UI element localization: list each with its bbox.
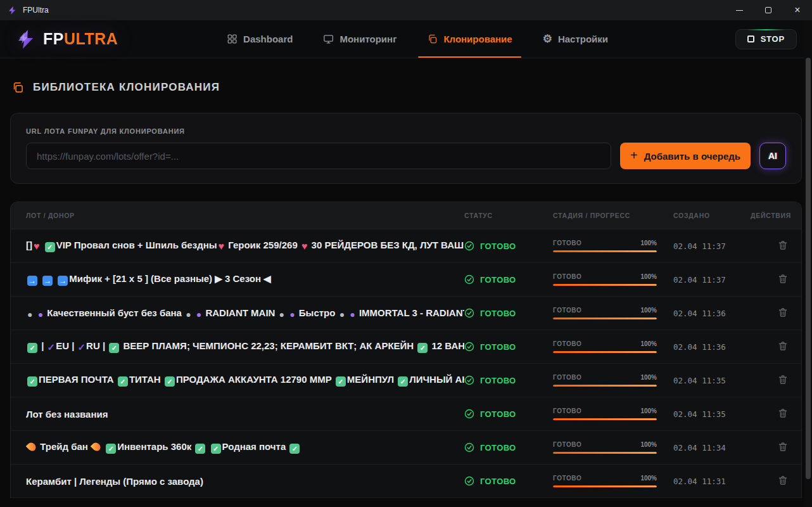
delete-button[interactable] [776, 272, 790, 288]
table-row: ✓ПЕРВАЯ ПОЧТА ✓ТИТАН ✓ПРОДАЖА АККАУНТА 1… [11, 364, 801, 397]
progress-bar-fill [553, 351, 657, 353]
progress-bar-fill [553, 485, 657, 487]
green-check-emoji: ✓ [165, 376, 175, 387]
brand-fp: FP [43, 30, 64, 48]
table-row: Лот без названия ГОТОВО ГОТОВО 100% 02.0… [11, 397, 801, 431]
tab-monitoring[interactable]: Мониторинг [323, 29, 396, 49]
check-circle-icon [464, 409, 474, 419]
row-actions [751, 440, 790, 456]
progress-percent: 100% [640, 273, 657, 280]
progress-bar [553, 452, 657, 454]
window-titlebar: FPUltra × [0, 0, 812, 20]
lot-title: Лот без названия [26, 409, 464, 420]
stop-button[interactable]: STOP [735, 29, 797, 49]
url-input[interactable] [26, 143, 611, 169]
column-header-created: СОЗДАНО [673, 212, 751, 219]
gear-icon: ⚙ [543, 34, 552, 44]
status-label: ГОТОВО [480, 477, 516, 486]
gray-circle-emoji: ● [186, 309, 191, 319]
progress-cell: ГОТОВО 100% [553, 408, 673, 420]
delete-button[interactable] [776, 305, 790, 321]
created-timestamp: 02.04 11:37 [673, 241, 751, 251]
vertical-scrollbar[interactable] [804, 21, 812, 507]
brand-ultra: ULTRA [64, 30, 118, 48]
close-button[interactable]: × [783, 0, 812, 20]
progress-bar [553, 385, 657, 387]
stage-label: ГОТОВО [553, 374, 581, 381]
status-badge: ГОТОВО [464, 476, 553, 486]
progress-bar-fill [553, 318, 657, 319]
progress-cell: ГОТОВО 100% [553, 441, 673, 454]
progress-percent: 100% [640, 240, 657, 247]
green-check-emoji: ✓ [289, 444, 300, 454]
green-check-emoji: ✓ [195, 444, 205, 454]
tab-dashboard[interactable]: Dashboard [227, 29, 293, 49]
progress-bar-fill [553, 284, 657, 286]
purple-circle-emoji: ● [196, 309, 201, 319]
copy-icon [11, 81, 24, 94]
progress-percent: 100% [640, 374, 657, 381]
green-check-emoji: ✓ [106, 444, 116, 454]
table-row: ● ● Качественный буст без бана ● ● RADIA… [11, 297, 801, 330]
created-timestamp: 02.04 11:36 [673, 309, 751, 318]
progress-percent: 100% [640, 408, 657, 414]
table-row: []♥ ✓VIP Провал снов + Шпиль бездны♥ Гер… [11, 229, 801, 263]
progress-bar [553, 284, 657, 286]
lightning-bolt-icon [15, 29, 37, 50]
minimize-button[interactable] [725, 0, 754, 20]
status-badge: ГОТОВО [464, 409, 553, 419]
delete-button[interactable] [776, 440, 790, 456]
table-row: → → →Мифик + [21 x 5 ] (Все разные) ▶ 3 … [11, 263, 801, 297]
maximize-button[interactable] [754, 0, 783, 20]
created-timestamp: 02.04 11:31 [673, 477, 751, 486]
purple-circle-emoji: ● [350, 309, 355, 319]
status-badge: ГОТОВО [464, 342, 553, 352]
app-header: FPULTRA Dashboard Мониторинг Клонировани… [0, 20, 812, 58]
green-check-emoji: ✓ [27, 343, 37, 353]
progress-cell: ГОТОВО 100% [553, 475, 673, 487]
table-header: ЛОТ / ДОНОР СТАТУС СТАДИЯ / ПРОГРЕСС СОЗ… [11, 202, 801, 229]
monitor-icon [323, 34, 334, 44]
minimize-icon [736, 10, 743, 11]
progress-cell: ГОТОВО 100% [553, 307, 673, 319]
delete-button[interactable] [776, 406, 790, 422]
row-actions [751, 272, 790, 288]
maximize-icon [765, 7, 771, 13]
lot-title: ✓ПЕРВАЯ ПОЧТА ✓ТИТАН ✓ПРОДАЖА АККАУНТА 1… [26, 374, 464, 387]
trash-icon [777, 408, 789, 419]
lot-title: ● ● Качественный буст без бана ● ● RADIA… [26, 307, 464, 319]
scrollbar-thumb[interactable] [806, 58, 811, 479]
fire-emoji [91, 441, 102, 452]
trash-icon [777, 475, 789, 486]
status-label: ГОТОВО [480, 275, 516, 285]
ai-button[interactable]: AI [759, 143, 786, 169]
row-actions [751, 373, 790, 388]
status-badge: ГОТОВО [464, 241, 553, 251]
close-icon: × [794, 4, 800, 16]
progress-bar [553, 318, 657, 319]
status-badge: ГОТОВО [464, 308, 553, 318]
add-to-queue-button[interactable]: + Добавить в очередь [620, 143, 751, 169]
trash-icon [777, 273, 789, 285]
status-label: ГОТОВО [480, 342, 516, 352]
clone-library-table: ЛОТ / ДОНОР СТАТУС СТАДИЯ / ПРОГРЕСС СОЗ… [10, 202, 802, 498]
form-row: + Добавить в очередь AI [26, 143, 786, 169]
tab-cloning[interactable]: Клонирование [427, 29, 512, 49]
progress-cell: ГОТОВО 100% [553, 374, 673, 387]
stage-label: ГОТОВО [553, 307, 581, 314]
status-badge: ГОТОВО [464, 375, 553, 385]
delete-button[interactable] [776, 473, 790, 489]
check-circle-icon [464, 274, 474, 285]
arrow-right-emoji: → [27, 276, 37, 286]
clone-form-panel: URL ЛОТА FUNPAY ДЛЯ КЛОНИРОВАНИЯ + Добав… [10, 113, 802, 184]
green-check-emoji: ✓ [27, 376, 37, 387]
page-header: БИБЛИОТЕКА КЛОНИРОВАНИЯ [11, 81, 801, 94]
delete-button[interactable] [776, 373, 790, 388]
delete-button[interactable] [776, 339, 790, 355]
delete-button[interactable] [776, 238, 790, 254]
tab-settings[interactable]: ⚙ Настройки [543, 29, 608, 49]
progress-bar [553, 351, 657, 353]
gray-circle-emoji: ● [279, 309, 284, 319]
lot-title: Трейд бан ✓Инвентарь 360к ✓ ✓Родная почт… [26, 441, 464, 454]
green-check-emoji: ✓ [45, 242, 55, 252]
